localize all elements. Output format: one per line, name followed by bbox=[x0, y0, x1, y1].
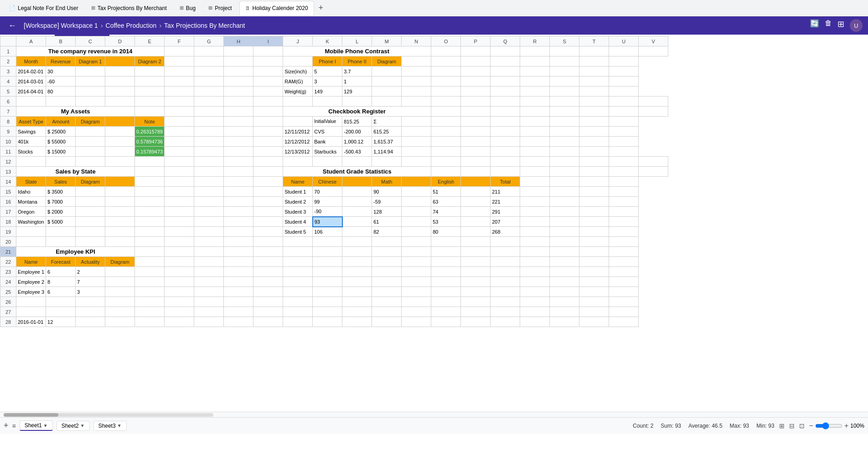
sales-by-state-title[interactable]: Sales by State bbox=[16, 167, 135, 177]
grade-s3-math[interactable]: 128 bbox=[372, 207, 402, 217]
phone-weight-phone2[interactable]: 129 bbox=[342, 87, 372, 97]
employee-kpi-title[interactable]: Employee KPI bbox=[16, 247, 135, 257]
sheet3-dropdown[interactable]: ▼ bbox=[117, 423, 122, 428]
grade-s2-total[interactable]: 221 bbox=[491, 197, 520, 207]
phone-ram-label[interactable]: RAM(G) bbox=[283, 77, 313, 87]
apps-button[interactable]: ⊞ bbox=[837, 19, 844, 32]
sheet-tab-3[interactable]: Sheet3 ▼ bbox=[93, 421, 127, 431]
sheet1-dropdown[interactable]: ▼ bbox=[43, 423, 48, 428]
assets-row2-amount[interactable]: $ 55000 bbox=[46, 137, 76, 147]
phone-diagram-header[interactable]: Diagram bbox=[372, 56, 402, 66]
grade-s4-math[interactable]: 61 bbox=[372, 217, 402, 227]
sheet-tab-1[interactable]: Sheet1 ▼ bbox=[20, 420, 53, 431]
zoom-slider[interactable] bbox=[815, 422, 842, 430]
grade-s1-total[interactable]: 211 bbox=[491, 187, 520, 197]
col-header-V[interactable]: V bbox=[639, 36, 668, 46]
col-header-T[interactable]: T bbox=[579, 36, 609, 46]
sales-row3-state[interactable]: Oregon bbox=[16, 207, 46, 217]
zoom-in-button[interactable]: + bbox=[844, 422, 848, 430]
col-header-L[interactable]: L bbox=[342, 36, 372, 46]
col-header-G[interactable]: G bbox=[194, 36, 224, 46]
col-header-H[interactable]: H bbox=[224, 36, 253, 46]
tab-tax[interactable]: ⊞ Tax Projections By Merchant bbox=[86, 1, 172, 15]
sales-row4-state[interactable]: Washington bbox=[16, 217, 46, 227]
phone-weight-label[interactable]: Weight(g) bbox=[283, 87, 313, 97]
grade-s4-name[interactable]: Student 4 bbox=[283, 217, 313, 227]
grade-s1-name[interactable]: Student 1 bbox=[283, 187, 313, 197]
revenue-diagram2-header[interactable]: Diagram 2 bbox=[135, 56, 165, 66]
kpi-forecast-header[interactable]: Forecast bbox=[46, 257, 76, 267]
col-header-O[interactable]: O bbox=[431, 36, 461, 46]
phone-ram-phone1[interactable]: 3 bbox=[313, 77, 342, 87]
grade-math-header[interactable]: Math bbox=[372, 177, 402, 187]
phone-weight-phone1[interactable]: 149 bbox=[313, 87, 342, 97]
grade-s3-total[interactable]: 291 bbox=[491, 207, 520, 217]
revenue-row1-month[interactable]: 2014-02-01 bbox=[16, 66, 46, 77]
assets-row1-amount[interactable]: $ 25000 bbox=[46, 127, 76, 137]
company-revenue-title[interactable]: The company revenue in 2014 bbox=[16, 46, 165, 56]
revenue-row3-month[interactable]: 2014-04-01 bbox=[16, 87, 46, 97]
revenue-row2-month[interactable]: 2014-03-01 bbox=[16, 77, 46, 87]
revenue-diagram1-header[interactable]: Diagram 1 bbox=[76, 56, 105, 66]
grade-s4-chinese[interactable]: 93 bbox=[313, 217, 342, 227]
sales-row2-sales[interactable]: $ 7000 bbox=[46, 197, 76, 207]
my-assets-title[interactable]: My Assets bbox=[16, 107, 135, 117]
mobile-phone-title[interactable]: Mobile Phone Contrast bbox=[283, 46, 431, 56]
grade-total-header[interactable]: Total bbox=[491, 177, 520, 187]
row28-value[interactable]: 12 bbox=[46, 317, 76, 327]
sheet2-dropdown[interactable]: ▼ bbox=[80, 423, 85, 428]
revenue-revenue-header[interactable]: Revenue bbox=[46, 56, 76, 66]
grid-view-button[interactable]: ⊞ bbox=[778, 421, 785, 430]
sales-state-header[interactable]: State bbox=[16, 177, 46, 187]
check-row3-date[interactable]: 12/13/2012 bbox=[283, 147, 313, 157]
kpi-row2-actuality[interactable]: 7 bbox=[76, 277, 105, 287]
grade-s5-chinese[interactable]: 106 bbox=[313, 227, 342, 237]
kpi-row2-forecast[interactable]: 8 bbox=[46, 277, 76, 287]
kpi-name-header[interactable]: Name bbox=[16, 257, 46, 267]
checkbook-title[interactable]: Checkbook Register bbox=[283, 107, 431, 117]
grade-s5-name[interactable]: Student 5 bbox=[283, 227, 313, 237]
revenue-row3-revenue[interactable]: 80 bbox=[46, 87, 76, 97]
assets-row3-amount[interactable]: $ 15000 bbox=[46, 147, 76, 157]
kpi-row1-actuality[interactable]: 2 bbox=[76, 267, 105, 277]
back-button[interactable]: ← bbox=[5, 20, 19, 31]
row28-date[interactable]: 2016-01-01 bbox=[16, 317, 46, 327]
kpi-row3-actuality[interactable]: 3 bbox=[76, 287, 105, 297]
grade-s2-chinese[interactable]: 99 bbox=[313, 197, 342, 207]
grade-english-header[interactable]: English bbox=[431, 177, 461, 187]
grade-s4-english[interactable]: 53 bbox=[431, 217, 461, 227]
assets-type-header[interactable]: Asset Type bbox=[16, 117, 46, 127]
revenue-diagram1-cont[interactable] bbox=[105, 56, 135, 66]
grade-s5-total[interactable]: 268 bbox=[491, 227, 520, 237]
sales-row1-state[interactable]: Idaho bbox=[16, 187, 46, 197]
page-view-button[interactable]: ⊡ bbox=[798, 421, 806, 430]
assets-note-header[interactable]: Note bbox=[135, 117, 165, 127]
assets-row2-note[interactable]: 0.57894736 bbox=[135, 137, 165, 147]
student-grade-title[interactable]: Student Grade Statistics bbox=[283, 167, 431, 177]
grade-name-header[interactable]: Name bbox=[283, 177, 313, 187]
refresh-button[interactable]: 🔄 bbox=[810, 19, 819, 32]
assets-row3-type[interactable]: Stocks bbox=[16, 147, 46, 157]
col-header-F[interactable]: F bbox=[165, 36, 194, 46]
col-header-P[interactable]: P bbox=[461, 36, 491, 46]
revenue-row1-revenue[interactable]: 30 bbox=[46, 66, 76, 77]
col-header-K[interactable]: K bbox=[313, 36, 342, 46]
kpi-row2-name[interactable]: Employee 2 bbox=[16, 277, 46, 287]
grade-s2-name[interactable]: Student 2 bbox=[283, 197, 313, 207]
phone-size-phone2[interactable]: 3.7 bbox=[342, 66, 372, 77]
kpi-row1-name[interactable]: Employee 1 bbox=[16, 267, 46, 277]
sheet-tab-2[interactable]: Sheet2 ▼ bbox=[57, 421, 90, 431]
sales-sales-header[interactable]: Sales bbox=[46, 177, 76, 187]
kpi-row3-forecast[interactable]: 6 bbox=[46, 287, 76, 297]
sales-row2-state[interactable]: Montana bbox=[16, 197, 46, 207]
col-header-Q[interactable]: Q bbox=[491, 36, 520, 46]
revenue-month-header[interactable]: Month bbox=[16, 56, 46, 66]
grade-s1-chinese[interactable]: 70 bbox=[313, 187, 342, 197]
col-header-C[interactable]: C bbox=[76, 36, 105, 46]
grade-s1-math[interactable]: 90 bbox=[372, 187, 402, 197]
col-header-D[interactable]: D bbox=[105, 36, 135, 46]
current-breadcrumb[interactable]: Tax Projections By Merchant bbox=[164, 22, 245, 29]
check-row2-date[interactable]: 12/12/2012 bbox=[283, 137, 313, 147]
grade-s4-total[interactable]: 207 bbox=[491, 217, 520, 227]
check-row2-balance[interactable]: 1,615.37 bbox=[372, 137, 402, 147]
